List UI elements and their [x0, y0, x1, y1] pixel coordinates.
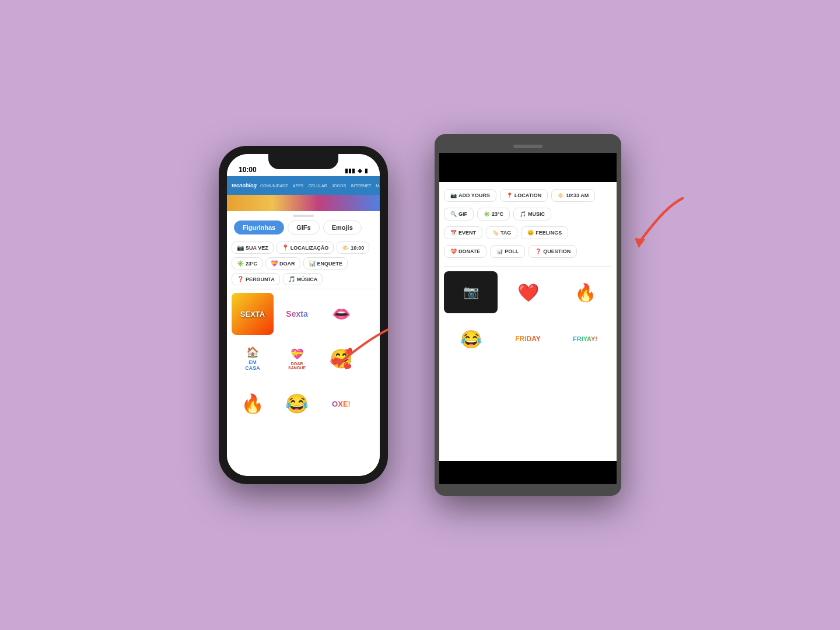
- status-icons: ▮▮▮ ◈ ▮: [345, 167, 368, 174]
- android-chip-gif[interactable]: 🔍 GIF: [444, 208, 474, 220]
- android-sticker-laugh[interactable]: 😂: [444, 318, 498, 360]
- android-sticker-friday[interactable]: FRiDAY: [501, 318, 555, 360]
- poll-label: POLL: [505, 249, 519, 254]
- android-chip-add-yours[interactable]: 📷 ADD YOURS: [444, 189, 496, 202]
- gif-icon: 🔍: [450, 211, 457, 217]
- tabs-row: Figurinhas GIFs Emojis: [227, 220, 380, 239]
- android-chip-tag[interactable]: 🏷️ TAG: [486, 226, 517, 239]
- android-chips-row-2: 🔍 GIF ✳️ 23°C 🎵 MUSIC: [444, 208, 612, 220]
- location-label: LOCATION: [514, 192, 541, 198]
- sticker-grid-area: 📷 SUA VEZ 📍 LOCALIZAÇÃO 🌤️ 10:00: [227, 239, 380, 476]
- nav-jogos[interactable]: JOGOS: [332, 184, 346, 188]
- android-black-bottom: [439, 461, 617, 484]
- android-sticker-photo[interactable]: 📷: [444, 271, 498, 313]
- chip-enquete-label: ENQUETE: [317, 261, 343, 267]
- android-top-bar: [439, 140, 617, 153]
- iphone-screen: 10:00 ▮▮▮ ◈ ▮ tecnoblog COMUNIDADE APPS …: [227, 154, 380, 476]
- nav-internet[interactable]: INTERNET: [351, 184, 371, 188]
- sticker-fire[interactable]: 🔥: [232, 383, 274, 425]
- android-temp-label: 23°C: [492, 211, 503, 217]
- android-chip-poll[interactable]: 📊 POLL: [490, 245, 525, 258]
- chip-enquete[interactable]: 📊 ENQUETE: [303, 257, 348, 270]
- chips-row-3: ❓ PERGUNTA 🎵 MÚSICA: [232, 273, 375, 285]
- sticker-sexta-2[interactable]: Sexta: [276, 293, 318, 335]
- tab-gifs[interactable]: GIFs: [288, 220, 319, 235]
- temp-icon: ✳️: [237, 260, 244, 267]
- sua-vez-icon: 📷: [237, 244, 244, 251]
- separator: [232, 289, 375, 289]
- iphone-time: 10:00: [239, 166, 257, 174]
- chip-doar[interactable]: 💝 DOAR: [265, 257, 300, 270]
- android-chip-question[interactable]: ❓ QUESTION: [528, 245, 577, 258]
- sticker-sexta-1[interactable]: SEXTA: [232, 293, 274, 335]
- android-chips-row-3: 📅 EVENT 🏷️ TAG 😊 FEELINGS: [444, 226, 612, 239]
- music-label: MUSIC: [528, 211, 545, 217]
- tag-icon: 🏷️: [492, 230, 499, 236]
- chip-temp-label: 23°C: [246, 261, 257, 267]
- chip-sua-vez-label: SUA VEZ: [246, 245, 268, 251]
- iphone-browser-bar: tecnoblog COMUNIDADE APPS CELULAR JOGOS …: [227, 176, 380, 195]
- nav-mais[interactable]: MAIS: [376, 184, 380, 188]
- tab-emojis[interactable]: Emojis: [323, 220, 362, 235]
- android-chip-event[interactable]: 📅 EVENT: [444, 226, 482, 239]
- android-speaker: [513, 145, 542, 148]
- android-sticker-fire[interactable]: 🔥: [558, 271, 612, 313]
- drag-handle[interactable]: [227, 211, 380, 220]
- android-chip-temp[interactable]: ✳️ 23°C: [477, 208, 510, 220]
- tag-label: TAG: [501, 230, 511, 236]
- chip-time[interactable]: 🌤️ 10:00: [337, 242, 369, 254]
- em-casa-icon: 🏠: [246, 346, 259, 359]
- iphone-notch: [268, 154, 338, 169]
- nav-apps[interactable]: APPS: [293, 184, 304, 188]
- android-chip-time[interactable]: 🌤️ 10:33 AM: [551, 189, 595, 202]
- android-sticker-friyay[interactable]: FRIYAY!: [558, 318, 612, 360]
- nav-comunidade[interactable]: COMUNIDADE: [260, 184, 288, 188]
- scene: 10:00 ▮▮▮ ◈ ▮ tecnoblog COMUNIDADE APPS …: [219, 134, 621, 496]
- stickers-row-3: 🔥 😂 OXE!: [232, 383, 375, 425]
- sticker-oxe[interactable]: OXE!: [320, 383, 362, 425]
- android-chip-donate[interactable]: 💝 DONATE: [444, 245, 487, 258]
- android-chip-music[interactable]: 🎵 MUSIC: [513, 208, 551, 220]
- android-black-top: [439, 153, 617, 182]
- sticker-panel: Figurinhas GIFs Emojis 📷 SUA VEZ 📍: [227, 211, 380, 476]
- chips-row-1: 📷 SUA VEZ 📍 LOCALIZAÇÃO 🌤️ 10:00: [232, 242, 375, 254]
- android-time-label: 10:33 AM: [566, 192, 589, 198]
- sticker-em-casa[interactable]: 🏠 EMCASA: [232, 338, 274, 380]
- battery-icon: ▮: [365, 167, 368, 174]
- nav-celular[interactable]: CELULAR: [309, 184, 327, 188]
- chip-pergunta[interactable]: ❓ PERGUNTA: [232, 273, 280, 285]
- chips-row-2: ✳️ 23°C 💝 DOAR 📊 ENQUETE: [232, 257, 375, 270]
- add-yours-label: ADD YOURS: [459, 192, 490, 198]
- chip-temp[interactable]: ✳️ 23°C: [232, 257, 262, 270]
- time-icon: 🌤️: [342, 244, 349, 251]
- question-label: QUESTION: [543, 249, 570, 254]
- drag-bar: [293, 215, 314, 217]
- android-stickers-row-1: 📷 ❤️ 🔥: [444, 271, 612, 313]
- event-label: EVENT: [459, 230, 476, 236]
- question-icon: ❓: [535, 249, 541, 254]
- feelings-icon: 😊: [527, 230, 534, 236]
- feelings-label: FEELINGS: [536, 230, 562, 236]
- chip-musica[interactable]: 🎵 MÚSICA: [283, 273, 323, 285]
- musica-icon: 🎵: [288, 276, 295, 282]
- em-casa-text: EMCASA: [245, 360, 260, 372]
- chip-musica-label: MÚSICA: [297, 276, 318, 282]
- event-icon: 📅: [450, 230, 457, 236]
- android-chip-feelings[interactable]: 😊 FEELINGS: [521, 226, 568, 239]
- sticker-laugh[interactable]: 😂: [276, 383, 318, 425]
- sticker-heart-face[interactable]: 🥰: [320, 338, 362, 380]
- android-chips-row-1: 📷 ADD YOURS 📍 LOCATION 🌤️ 10:33 AM: [444, 189, 612, 202]
- sticker-mouth[interactable]: 👄: [320, 293, 362, 335]
- browser-image-strip: [227, 195, 380, 211]
- chip-sua-vez[interactable]: 📷 SUA VEZ: [232, 242, 274, 254]
- tab-figurinhas[interactable]: Figurinhas: [234, 220, 284, 235]
- android-sticker-heart[interactable]: ❤️: [501, 271, 555, 313]
- sticker-doar-sangue[interactable]: 💝 DOARSANGUE: [276, 338, 318, 380]
- wifi-icon: ◈: [358, 167, 362, 174]
- chip-doar-label: DOAR: [279, 261, 295, 267]
- android-chip-location[interactable]: 📍 LOCATION: [500, 189, 548, 202]
- android-chips-row-4: 💝 DONATE 📊 POLL ❓ QUESTION: [444, 245, 612, 258]
- chip-localizacao[interactable]: 📍 LOCALIZAÇÃO: [276, 242, 334, 254]
- browser-logo: tecnoblog: [232, 183, 257, 188]
- doar-icon: 💝: [271, 260, 278, 267]
